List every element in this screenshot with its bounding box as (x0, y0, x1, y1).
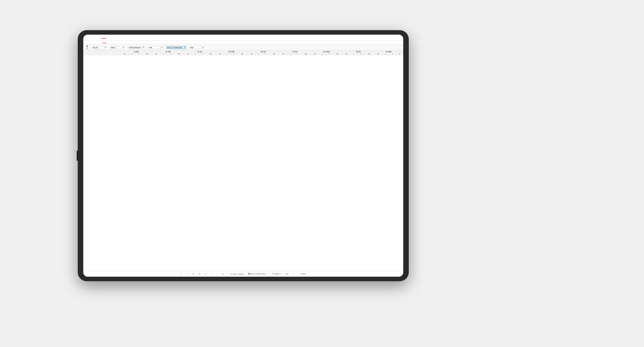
redo-button[interactable]: ↪ (186, 272, 190, 275)
app-header (83, 35, 403, 40)
save-custom-view-button[interactable]: 💾 Save Custom View (247, 272, 267, 275)
filter-team: (All) (189, 46, 204, 49)
sub-l-osu: L (382, 53, 389, 55)
conference-select[interactable]: Pac-12 Conference (166, 46, 186, 49)
sub-dif-su: Dif (301, 53, 311, 55)
zoom-out-button[interactable]: ⊖ (204, 272, 208, 275)
main-nav (90, 36, 112, 39)
sub-dif-uw: Dif (174, 53, 184, 55)
sub-tab-matrix1[interactable] (102, 41, 106, 43)
sub-tab-teams[interactable] (86, 41, 90, 43)
refresh-button[interactable]: ⟳ (192, 272, 196, 275)
minus-button[interactable]: − (215, 273, 219, 275)
matrix-corner (84, 51, 121, 53)
watch-button[interactable]: 👁 Watch ▾ (271, 272, 282, 275)
sub-dif-asu: Dif (142, 53, 152, 55)
full-view-radio[interactable] (86, 45, 89, 47)
sub-l-ucla: L (319, 53, 326, 55)
sub-l-uu: L (351, 53, 358, 55)
radio-compact-dot (86, 47, 88, 49)
filter-max-teams: Top 25 (92, 46, 107, 49)
sub-t-su: T (294, 53, 301, 55)
view-original-button[interactable]: 👁 View: Original (229, 273, 245, 275)
toolbar-sep2 (269, 272, 269, 276)
sub-nav (83, 40, 403, 44)
tablet-screen: Top 25 Men's NCAA Division I N/A (83, 35, 403, 277)
tablet-frame: Top 25 Men's NCAA Division I N/A (78, 30, 409, 281)
col-header-ucb: 22. UCB (216, 51, 247, 53)
sub-t-ua: T (199, 53, 206, 55)
max-teams-select[interactable]: Top 25 (92, 46, 107, 49)
col-header-uw: 10. UW (152, 51, 184, 53)
sub-d-osu: D (396, 53, 403, 55)
col-header-ucla: 31. UCLA (311, 51, 342, 53)
sub-dif-uu: Dif (364, 53, 374, 55)
sub-tab-players[interactable] (106, 41, 110, 43)
filter-gender: Men's (110, 46, 125, 49)
col-header-su: 27. SU (279, 51, 311, 53)
sub-t-uo: T (262, 53, 269, 55)
compact-view-radio[interactable] (86, 47, 89, 49)
sub-w-osu: W (374, 53, 382, 55)
col-header-uo: 24. UO (247, 51, 279, 53)
tablet-side-button (77, 151, 78, 161)
sub-w-uo: W (247, 53, 256, 55)
sub-t-osu: T (389, 53, 396, 55)
sub-w-uw: W (152, 53, 160, 55)
nav-tab-committee[interactable] (101, 36, 106, 39)
sub-tab-summary2[interactable] (110, 41, 114, 43)
sub-l-uw: L (160, 53, 167, 55)
sub-l-asu: L (129, 53, 135, 55)
filter-region: N/A (148, 46, 163, 49)
sub-l-ucb: L (224, 53, 231, 55)
zoom-in-button[interactable]: ⊕ (198, 272, 202, 275)
sub-t-ucb: T (231, 53, 237, 55)
col-header-ua: 11. UA (184, 51, 215, 53)
undo-button[interactable]: ↩ (180, 272, 184, 275)
sub-l-su: L (287, 53, 294, 55)
filter-conference: Pac-12 Conference (166, 46, 186, 49)
col-header-asu: 3. ASU (121, 51, 152, 53)
sub-dif-ucb: Dif (237, 53, 247, 55)
sub-tab-matrix2[interactable] (126, 41, 130, 43)
sub-t-ucla: T (326, 53, 333, 55)
col-header-uu: 54. UU (343, 51, 374, 53)
region-select[interactable]: N/A (148, 46, 163, 49)
sub-tab-h2hgrid2[interactable] (118, 41, 122, 43)
share-button[interactable]: ⤷ Share (298, 272, 307, 275)
sub-dif-ucla: Dif (333, 53, 343, 55)
sub-dif-uo: Dif (269, 53, 279, 55)
settings-button[interactable]: ⚙ ▾ (284, 272, 290, 275)
matrix-table: 3. ASU 10. UW 11. UA 22. UCB 24. UO 27. … (83, 50, 403, 55)
sub-w-ucb: W (216, 53, 224, 55)
timer-button[interactable]: ⏱ (221, 273, 225, 275)
sub-w-ucla: W (311, 53, 319, 55)
matrix-sub-corner (84, 53, 121, 55)
sub-l-uo: L (256, 53, 262, 55)
team-select[interactable]: (All) (189, 46, 204, 49)
sub-t-asu: T (135, 53, 142, 55)
matrix-content[interactable]: 3. ASU 10. UW 11. UA 22. UCB 24. UO 27. … (83, 50, 403, 271)
sub-w-su: W (279, 53, 287, 55)
nav-tab-rankings[interactable] (107, 36, 112, 39)
sub-tab-h2hheatmap2[interactable] (122, 41, 126, 43)
sub-w-uu: W (343, 53, 351, 55)
sub-tab-h2hheatmap1[interactable] (98, 41, 102, 43)
division-select[interactable]: NCAA Division I (128, 46, 145, 49)
sub-l-ua: L (192, 53, 199, 55)
filter-row: Top 25 Men's NCAA Division I N/A (83, 44, 403, 50)
gender-select[interactable]: Men's (110, 46, 125, 49)
nav-tab-tournaments[interactable] (90, 36, 95, 39)
sub-tab-h2hgrid1[interactable] (94, 41, 98, 43)
sub-t-uw: T (167, 53, 174, 55)
expand-button[interactable]: ⤢ (292, 272, 296, 275)
filter-division: NCAA Division I (128, 46, 145, 49)
sub-w-asu: W (121, 53, 129, 55)
sub-tab-summary1[interactable] (90, 41, 94, 43)
radio-full-dot (86, 45, 88, 47)
sub-w-ua: W (184, 53, 192, 55)
sub-tab-detail[interactable] (114, 41, 118, 43)
bottom-toolbar: ↩ ↪ ⟳ ⊕ ⊖ + − ⏱ 👁 View: Original 💾 Save … (83, 271, 403, 277)
nav-tab-teams[interactable] (96, 36, 101, 39)
add-button[interactable]: + (210, 273, 213, 275)
